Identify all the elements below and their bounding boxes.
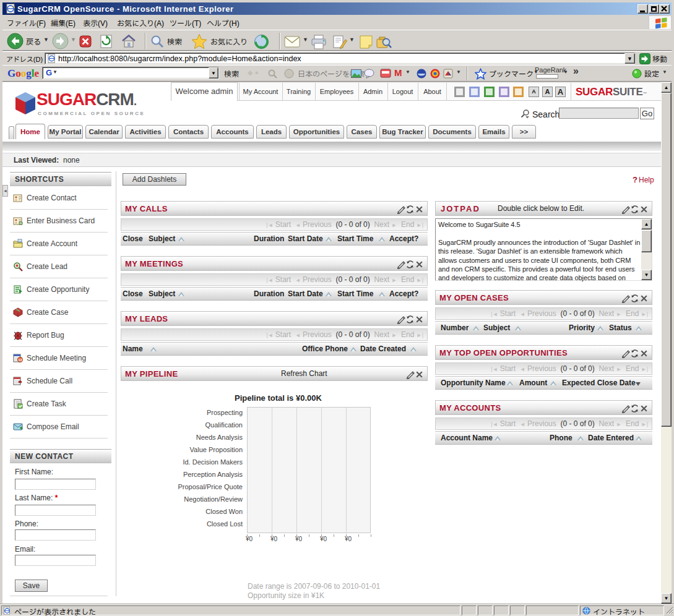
- svg-text:12: 12: [18, 358, 22, 362]
